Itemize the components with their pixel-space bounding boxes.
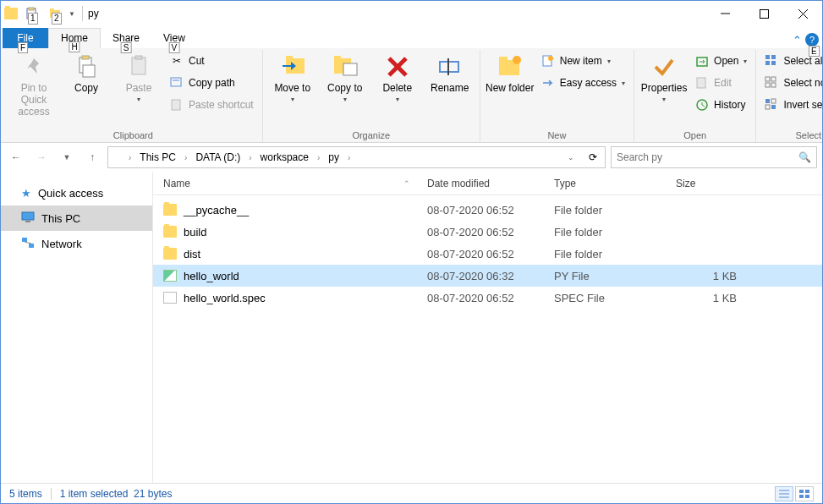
svg-rect-54: [805, 490, 809, 493]
keytip-1: 1: [28, 13, 38, 25]
search-input[interactable]: [617, 151, 798, 163]
svg-rect-53: [799, 490, 804, 493]
view-tab[interactable]: View V: [151, 28, 197, 48]
copy-path-label: Copy path: [189, 77, 235, 89]
history-button[interactable]: History: [692, 96, 750, 114]
minimize-button[interactable]: [705, 1, 744, 26]
copy-to-button[interactable]: Copy to ▾: [321, 52, 370, 123]
back-button[interactable]: ←: [6, 147, 26, 167]
nav-network[interactable]: Network: [1, 231, 152, 256]
properties-button[interactable]: Properties ▾: [639, 52, 689, 123]
paste-button[interactable]: Paste ▾: [114, 52, 163, 123]
open-label: Open: [714, 55, 738, 67]
paste-shortcut-button[interactable]: Paste shortcut: [167, 96, 257, 114]
breadcrumb-this-pc[interactable]: This PC: [136, 147, 179, 167]
file-date: 08-07-2020 06:52: [427, 226, 554, 238]
cut-icon: ✂: [170, 54, 184, 68]
cut-button[interactable]: ✂ Cut: [167, 52, 257, 70]
properties-icon: [650, 53, 678, 80]
file-row[interactable]: hello_world.spec08-07-2020 06:52SPEC Fil…: [153, 287, 822, 309]
organize-group-label: Organize: [268, 129, 475, 142]
svg-rect-46: [25, 221, 30, 222]
address-folder-icon: [112, 152, 123, 162]
pin-to-quick-access-button[interactable]: Pin to Quick access: [9, 52, 58, 123]
header-size[interactable]: Size: [676, 178, 737, 189]
breadcrumb-separator-icon[interactable]: ›: [245, 153, 255, 162]
copy-button[interactable]: Copy: [62, 52, 111, 123]
easy-access-button[interactable]: Easy access ▾: [538, 74, 628, 92]
file-size: 1 KB: [676, 292, 737, 304]
quick-access-label: Quick access: [38, 187, 103, 200]
file-date: 08-07-2020 06:52: [427, 292, 554, 304]
open-button[interactable]: Open ▾: [692, 52, 750, 70]
file-tab[interactable]: File F: [3, 28, 48, 48]
rename-button[interactable]: Rename: [425, 52, 475, 123]
breadcrumb-data-d[interactable]: DATA (D:): [192, 147, 244, 167]
address-dropdown[interactable]: ⌄: [561, 147, 581, 167]
ribbon-right-controls: ⌃ ? E: [793, 33, 819, 47]
refresh-button[interactable]: ⟳: [581, 147, 605, 167]
svg-rect-42: [771, 99, 776, 103]
new-folder-button[interactable]: New folder: [486, 52, 535, 123]
chevron-down-icon: ▾: [607, 58, 611, 65]
qat-new-folder-button[interactable]: 2: [45, 4, 67, 23]
delete-button[interactable]: Delete ▾: [373, 52, 422, 123]
address-bar[interactable]: › This PC › DATA (D:) › workspace › py ›…: [107, 146, 606, 168]
breadcrumb-workspace[interactable]: workspace: [257, 147, 312, 167]
header-date[interactable]: Date modified: [427, 178, 554, 189]
copy-path-button[interactable]: Copy path: [167, 74, 257, 92]
breadcrumb-separator-icon[interactable]: ›: [344, 153, 354, 162]
view-toggles: [775, 486, 814, 501]
recent-dropdown[interactable]: ▼: [57, 147, 77, 167]
qat-properties-button[interactable]: 1: [21, 4, 43, 23]
details-view-button[interactable]: [775, 486, 793, 501]
file-date: 08-07-2020 06:32: [427, 270, 554, 282]
new-item-button[interactable]: New item ▾: [538, 52, 628, 70]
svg-rect-3: [50, 8, 54, 11]
header-type[interactable]: Type: [554, 178, 676, 189]
app-folder-icon: [4, 8, 18, 19]
svg-rect-9: [82, 56, 89, 59]
select-group: Select all Select none Invert selection …: [756, 50, 823, 142]
nav-quick-access[interactable]: ★ Quick access: [1, 180, 152, 205]
svg-rect-45: [22, 212, 34, 220]
file-row[interactable]: __pycache__08-07-2020 06:52File folder: [153, 199, 822, 221]
close-button[interactable]: [783, 1, 822, 26]
select-none-button[interactable]: Select none: [761, 74, 823, 92]
header-name[interactable]: Name ⌃: [163, 178, 427, 189]
maximize-button[interactable]: [744, 1, 783, 26]
breadcrumb-separator-icon[interactable]: ›: [181, 153, 190, 162]
breadcrumb-py[interactable]: py: [325, 147, 343, 167]
home-tab[interactable]: Home H: [48, 28, 101, 48]
delete-icon: [384, 53, 411, 80]
qat-customize-dropdown[interactable]: ▼: [69, 10, 77, 18]
collapse-ribbon-button[interactable]: ⌃: [793, 34, 802, 47]
pin-label: Pin to Quick access: [9, 82, 58, 118]
breadcrumb-separator-icon[interactable]: ›: [314, 153, 323, 162]
navigation-pane: ★ Quick access This PC Network: [1, 172, 153, 483]
paste-shortcut-label: Paste shortcut: [189, 99, 254, 111]
breadcrumb-separator-icon[interactable]: ›: [125, 153, 134, 162]
search-icon: 🔍: [798, 151, 811, 163]
svg-rect-5: [760, 9, 768, 18]
thumbnails-view-button[interactable]: [795, 486, 814, 501]
edit-button[interactable]: Edit: [692, 74, 750, 92]
move-to-button[interactable]: Move to ▾: [268, 52, 317, 123]
new-group-label: New: [486, 129, 628, 142]
status-selected-count: 1 item selected: [60, 488, 129, 500]
file-name: hello_world: [184, 270, 239, 282]
file-row[interactable]: hello_world08-07-2020 06:32PY File1 KB: [153, 265, 822, 287]
select-all-label: Select all: [783, 55, 823, 67]
keytip-f: F: [18, 42, 28, 53]
forward-button[interactable]: →: [31, 147, 52, 167]
help-button[interactable]: ? E: [805, 33, 819, 47]
nav-this-pc[interactable]: This PC: [1, 205, 152, 231]
search-box[interactable]: 🔍: [611, 146, 817, 168]
new-folder-icon: [497, 53, 524, 80]
file-row[interactable]: build08-07-2020 06:52File folder: [153, 221, 822, 243]
up-button[interactable]: ↑: [82, 147, 102, 167]
invert-selection-button[interactable]: Invert selection: [761, 96, 823, 114]
file-row[interactable]: dist08-07-2020 06:52File folder: [153, 243, 822, 265]
share-tab[interactable]: Share S: [101, 28, 151, 48]
window-title: py: [88, 8, 99, 19]
